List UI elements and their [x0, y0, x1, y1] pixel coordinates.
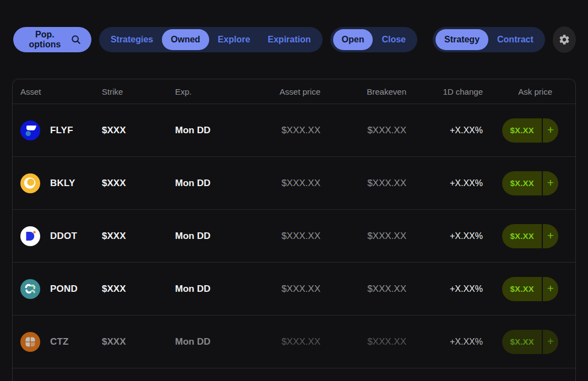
- ask-plus-button[interactable]: +: [542, 171, 558, 195]
- ctz-logo-icon: [20, 332, 40, 352]
- column-header-ask-price: Ask price: [483, 87, 575, 96]
- open-close-segmented-control: Open Close: [330, 27, 417, 52]
- column-header-asset-price: Asset price: [244, 87, 320, 96]
- ask-price-button[interactable]: $X.XX: [502, 277, 542, 301]
- asset-price-value: $XXX.XX: [244, 231, 320, 242]
- expiration-value: Mon DD: [167, 336, 244, 347]
- pond-logo-icon: [20, 279, 40, 299]
- settings-button[interactable]: [553, 26, 576, 53]
- table-row[interactable]: BKLY $XXX Mon DD $XXX.XX $XXX.XX +X.XX% …: [13, 157, 575, 210]
- 1d-change-value: +X.XX%: [406, 337, 483, 347]
- toggle-strategy[interactable]: Strategy: [435, 29, 488, 50]
- table-row[interactable]: FLYF $XXX Mon DD $XXX.XX $XXX.XX +X.XX% …: [13, 104, 575, 157]
- strike-value: $XXX: [94, 284, 167, 295]
- ask-price-value: $X.XX: [510, 337, 534, 346]
- asset-cell: DDOT: [13, 226, 94, 246]
- view-segmented-control: Strategies Owned Explore Expiration: [99, 27, 323, 52]
- 1d-change-value: +X.XX%: [406, 284, 483, 294]
- ask-plus-button[interactable]: +: [542, 277, 558, 301]
- asset-ticker: CTZ: [50, 336, 69, 347]
- 1d-change-value: +X.XX%: [406, 231, 483, 241]
- plus-icon: +: [547, 282, 554, 294]
- ask-price-value: $X.XX: [510, 178, 534, 188]
- plus-icon: +: [547, 230, 554, 241]
- table-row[interactable]: POND $XXX Mon DD $XXX.XX $XXX.XX +X.XX% …: [13, 263, 575, 315]
- breakeven-value: $XXX.XX: [320, 125, 406, 136]
- expiration-value: Mon DD: [167, 125, 244, 136]
- ask-plus-button[interactable]: +: [542, 224, 558, 248]
- asset-ticker: POND: [50, 284, 78, 295]
- asset-price-value: $XXX.XX: [244, 125, 320, 136]
- ask-price-button[interactable]: $X.XX: [502, 118, 542, 143]
- strategy-contract-segmented-control: Strategy Contract: [433, 27, 545, 52]
- table-row[interactable]: DDOT $XXX Mon DD $XXX.XX $XXX.XX +X.XX% …: [13, 210, 575, 263]
- strike-value: $XXX: [94, 178, 167, 189]
- expiration-value: Mon DD: [167, 231, 244, 242]
- options-table: Asset Strike Exp. Asset price Breakeven …: [12, 79, 576, 381]
- pop-options-label: Pop. options: [24, 30, 66, 50]
- tab-explore[interactable]: Explore: [209, 29, 259, 50]
- column-header-1d-change: 1D change: [406, 87, 483, 96]
- ask-price-cell: $X.XX +: [483, 118, 575, 143]
- 1d-change-value: +X.XX%: [406, 178, 483, 188]
- column-header-asset: Asset: [13, 87, 94, 96]
- flyf-logo-icon: [20, 121, 40, 140]
- ask-price-button[interactable]: $X.XX: [502, 171, 542, 195]
- toolbar: Pop. options Strategies Owned Explore Ex…: [13, 26, 576, 53]
- plus-icon: +: [547, 124, 554, 135]
- ddot-logo-icon: [20, 226, 40, 246]
- 1d-change-value: +X.XX%: [406, 126, 483, 135]
- table-row[interactable]: CTZ $XXX Mon DD $XXX.XX $XXX.XX +X.XX% $…: [13, 315, 575, 368]
- column-header-exp: Exp.: [167, 87, 244, 96]
- pop-options-button[interactable]: Pop. options: [13, 27, 91, 52]
- asset-ticker: BKLY: [50, 178, 75, 189]
- asset-cell: POND: [13, 279, 94, 299]
- ask-plus-button[interactable]: +: [542, 330, 558, 354]
- ask-price-cell: $X.XX +: [483, 277, 575, 301]
- ask-price-cell: $X.XX +: [483, 171, 575, 195]
- column-header-breakeven: Breakeven: [320, 87, 406, 96]
- breakeven-value: $XXX.XX: [320, 178, 406, 189]
- gear-icon: [558, 34, 570, 46]
- asset-ticker: FLYF: [50, 125, 73, 136]
- ask-price-value: $X.XX: [510, 231, 534, 241]
- asset-price-value: $XXX.XX: [244, 284, 320, 295]
- ask-price-value: $X.XX: [510, 284, 534, 293]
- search-icon: [71, 35, 81, 45]
- strike-value: $XXX: [94, 231, 167, 242]
- expiration-value: Mon DD: [167, 284, 244, 295]
- ask-price-button[interactable]: $X.XX: [502, 330, 542, 354]
- toggle-contract[interactable]: Contract: [488, 29, 542, 50]
- asset-ticker: DDOT: [50, 231, 77, 242]
- tab-strategies[interactable]: Strategies: [102, 29, 162, 50]
- ask-price-button[interactable]: $X.XX: [502, 224, 542, 248]
- ask-plus-button[interactable]: +: [542, 118, 558, 143]
- toggle-close[interactable]: Close: [373, 29, 415, 50]
- tab-expiration[interactable]: Expiration: [259, 29, 319, 50]
- toggle-open[interactable]: Open: [333, 29, 373, 50]
- breakeven-value: $XXX.XX: [320, 336, 406, 347]
- expiration-value: Mon DD: [167, 178, 244, 189]
- plus-icon: +: [547, 177, 554, 188]
- asset-cell: BKLY: [13, 173, 94, 193]
- bkly-logo-icon: [20, 173, 40, 193]
- strike-value: $XXX: [94, 125, 167, 136]
- ask-price-cell: $X.XX +: [483, 330, 575, 354]
- asset-price-value: $XXX.XX: [244, 336, 320, 347]
- table-header: Asset Strike Exp. Asset price Breakeven …: [13, 79, 575, 104]
- asset-cell: CTZ: [13, 332, 94, 352]
- asset-price-value: $XXX.XX: [244, 178, 320, 189]
- table-body: FLYF $XXX Mon DD $XXX.XX $XXX.XX +X.XX% …: [13, 104, 575, 368]
- breakeven-value: $XXX.XX: [320, 231, 406, 242]
- ask-price-cell: $X.XX +: [483, 224, 575, 248]
- ask-price-value: $X.XX: [510, 126, 534, 135]
- strike-value: $XXX: [94, 336, 167, 347]
- breakeven-value: $XXX.XX: [320, 284, 406, 295]
- tab-owned[interactable]: Owned: [162, 29, 209, 50]
- plus-icon: +: [547, 335, 554, 347]
- asset-cell: FLYF: [13, 121, 94, 140]
- column-header-strike: Strike: [94, 87, 167, 96]
